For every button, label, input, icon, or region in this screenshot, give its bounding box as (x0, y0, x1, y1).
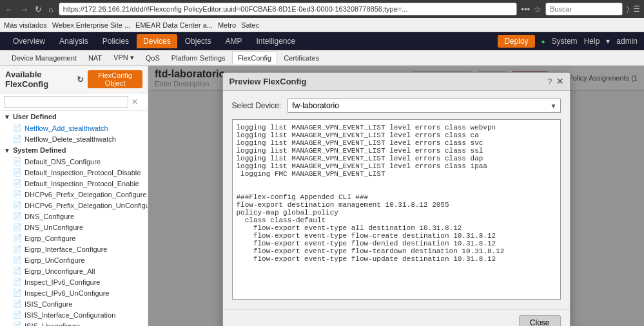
tree-item-eigrp-unconfigure-all[interactable]: 📄 Eigrp_Unconfigure_All (0, 265, 148, 276)
tree-item-default-inspection-disable[interactable]: 📄 Default_Inspection_Protocol_Disable (0, 167, 148, 178)
more-icon[interactable]: ••• (521, 5, 530, 14)
tree-item-netflow-add[interactable]: 📄 Netflow_Add_stealthwatch (0, 122, 148, 133)
device-select[interactable]: fw-laboratorio (288, 99, 560, 113)
secondnav-vpn[interactable]: VPN ▾ (108, 52, 139, 64)
sidebar-search-input[interactable] (4, 96, 128, 108)
tree-item-default-dns[interactable]: 📄 Default_DNS_Configure (0, 156, 148, 167)
modal-header: Preview FlexConfig ? ✕ (223, 73, 570, 91)
bookmark-item-4[interactable]: Metro (218, 21, 236, 29)
tree-group-user-defined-label: User Defined (13, 113, 57, 120)
menu-icon: ☰ (633, 5, 640, 14)
content-area: ftd-laboratorio Enter Description Previe… (148, 66, 644, 326)
tree-arrow-system-defined: ▼ (4, 147, 10, 154)
browser-icons: ••• ☆ (521, 5, 542, 14)
nav-item-policies[interactable]: Policies (96, 34, 135, 48)
tree-item-dhcpv6-prefix-configure[interactable]: 📄 DHCPv6_Prefix_Delegation_Configure (0, 189, 148, 200)
bookmark-item-3[interactable]: EMEAR Data Center a... (135, 21, 213, 29)
bookmark-item-5[interactable]: Satec (241, 21, 259, 29)
device-select-wrapper: fw-laboratorio ▼ (288, 99, 560, 113)
home-button[interactable]: ⌂ (47, 5, 55, 14)
file-icon-9: 📄 (13, 256, 22, 264)
bookmarks-bar: Más visitados Webex Enterprise Site ... … (0, 18, 644, 32)
refresh-button[interactable]: ↻ (34, 5, 43, 14)
file-icon-8: 📄 (13, 245, 22, 253)
nav-item-devices[interactable]: Devices (137, 34, 177, 48)
sidebar-search-area: ✕ (0, 93, 148, 111)
deploy-button[interactable]: Deploy (498, 35, 534, 48)
sidebar-header-right: ↻ FlexConfig Object (77, 70, 142, 88)
file-icon-0: 📄 (13, 157, 22, 166)
tree-item-inspect-ipv6-configure[interactable]: 📄 Inspect_IPv6_Configure (0, 276, 148, 287)
back-button[interactable]: ← (4, 5, 15, 14)
preview-flexconfig-modal: Preview FlexConfig ? ✕ Select Device: fw… (222, 72, 571, 326)
flexconfig-object-button[interactable]: FlexConfig Object (88, 70, 142, 88)
app: Overview Analysis Policies Devices Objec… (0, 32, 644, 326)
refresh-icon[interactable]: ↻ (77, 75, 84, 84)
file-icon-10: 📄 (13, 267, 22, 275)
modal-close-btn[interactable]: Close (519, 315, 561, 326)
tree-group-user-defined[interactable]: ▼ User Defined (0, 111, 148, 122)
tree-item-isis-interface[interactable]: 📄 ISIS_Interface_Configuration (0, 309, 148, 320)
modal-body: Select Device: fw-laboratorio ▼ (223, 91, 570, 309)
file-icon-6: 📄 (13, 223, 22, 231)
top-nav-right: Deploy ● System Help ▾ admin (498, 35, 638, 48)
forward-button[interactable]: → (19, 5, 30, 14)
clear-search-icon[interactable]: ✕ (132, 97, 138, 106)
tree-item-eigrp-unconfigure[interactable]: 📄 Eigrp_UnConfigure (0, 254, 148, 265)
bookmark-item-2[interactable]: Webex Enterprise Site ... (52, 21, 130, 29)
file-icon-15: 📄 (13, 321, 22, 326)
file-icon-netflow-add: 📄 (13, 124, 22, 132)
file-icon-7: 📄 (13, 234, 22, 242)
modal-close-button[interactable]: ✕ (556, 77, 563, 86)
file-icon-netflow-delete: 📄 (13, 135, 22, 143)
tree-group-system-defined[interactable]: ▼ System Defined (0, 144, 148, 156)
tree-item-eigrp-configure[interactable]: 📄 Eigrp_Configure (0, 233, 148, 244)
file-icon-5: 📄 (13, 212, 22, 220)
nav-item-amp[interactable]: AMP (219, 34, 248, 48)
tree-arrow-user-defined: ▼ (4, 113, 10, 120)
status-indicator: ● (542, 38, 545, 45)
modal-title: Preview FlexConfig (229, 77, 307, 86)
nav-item-overview[interactable]: Overview (6, 34, 52, 48)
tree-item-dns-configure[interactable]: 📄 DNS_Configure (0, 211, 148, 222)
modal-overlay: Preview FlexConfig ? ✕ Select Device: fw… (148, 66, 644, 326)
tree-item-dhcpv6-prefix-unconfigure[interactable]: 📄 DHCPv6_Prefix_Delegation_UnConfigure (0, 200, 148, 211)
secondnav-flexconfig[interactable]: FlexConfig (232, 52, 278, 64)
nav-item-objects[interactable]: Objects (179, 34, 218, 48)
modal-help-button[interactable]: ? (547, 77, 552, 86)
address-bar[interactable] (59, 3, 517, 15)
browser-search-input[interactable] (545, 3, 623, 15)
secondnav-platform-settings[interactable]: Platform Settings (166, 52, 231, 64)
sidebar: Available FlexConfig ↻ FlexConfig Object… (0, 66, 148, 326)
tree-item-default-inspection-enable[interactable]: 📄 Default_Inspection_Protocol_Enable (0, 178, 148, 189)
secondnav-nat[interactable]: NAT (83, 52, 107, 64)
browser-chrome: ← → ↻ ⌂ ••• ☆ 〉 ☰ (0, 0, 644, 18)
file-icon-14: 📄 (13, 311, 22, 319)
modal-footer: Close (223, 309, 570, 326)
nav-item-analysis[interactable]: Analysis (53, 34, 95, 48)
sidebar-tree: ▼ User Defined 📄 Netflow_Add_stealthwatc… (0, 111, 148, 326)
file-icon-13: 📄 (13, 300, 22, 308)
secondnav-qos[interactable]: QoS (141, 52, 165, 64)
file-icon-11: 📄 (13, 278, 22, 286)
help-label[interactable]: Help (584, 37, 600, 46)
system-label[interactable]: System (552, 37, 578, 46)
file-icon-1: 📄 (13, 168, 22, 177)
bookmark-item-1[interactable]: Más visitados (4, 21, 47, 29)
modal-controls: ? ✕ (547, 77, 563, 86)
admin-label[interactable]: admin (616, 37, 638, 46)
tree-item-dns-unconfigure[interactable]: 📄 DNS_UnConfigure (0, 222, 148, 233)
tree-item-isis-configure[interactable]: 📄 ISIS_Configure (0, 298, 148, 309)
bookmark-star-icon[interactable]: ☆ (534, 5, 542, 14)
secondnav-certificates[interactable]: Certificates (278, 52, 324, 64)
tree-item-isis-unconfigure[interactable]: 📄 ISIS_Unconfigure (0, 320, 148, 326)
secondnav-device-management[interactable]: Device Management (6, 52, 82, 64)
tree-item-netflow-delete[interactable]: 📄 Netflow_Delete_stealthwatch (0, 133, 148, 144)
file-icon-12: 📄 (13, 289, 22, 297)
config-preview-textarea[interactable] (232, 119, 561, 300)
tree-group-system-defined-label: System Defined (13, 146, 66, 154)
tree-item-inspect-ipv6-unconfigure[interactable]: 📄 Inspect_IPv6_UnConfigure (0, 287, 148, 298)
device-select-label: Select Device: (232, 101, 282, 110)
tree-item-eigrp-interface[interactable]: 📄 Eigrp_Interface_Configure (0, 244, 148, 254)
nav-item-intelligence[interactable]: Intelligence (249, 34, 302, 48)
